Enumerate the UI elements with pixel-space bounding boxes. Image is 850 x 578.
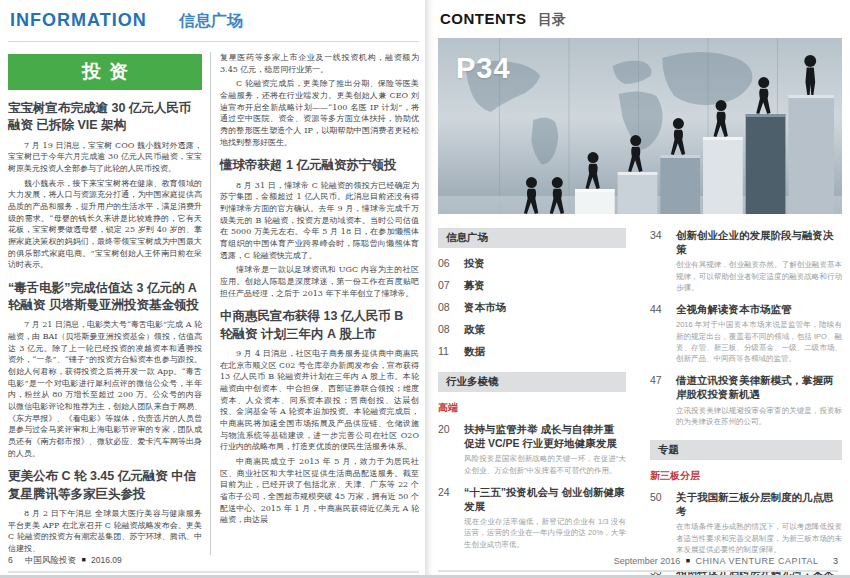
- toc-entry-title: 投资: [464, 257, 485, 271]
- toc-entry-title-line2: 促进 VC/PE 行业更好地健康发展: [464, 436, 626, 450]
- page-right-contents: CONTENTS 目录: [425, 0, 850, 578]
- toc-entry-description: 2016 年对于中国资本市场来说是监管年，陆续有新的规定出台，覆盖着不同的领域，…: [676, 319, 842, 364]
- toc-entry-policy: 08 政策: [438, 323, 626, 337]
- toc-entry-description: 在市场条件逐步成熟的情况下，可以考虑降低投资者适当性要求和完善交易制度，为新三板…: [676, 521, 842, 555]
- toc-page-number: 20: [438, 422, 464, 476]
- hero-page-ref: P34: [456, 52, 511, 85]
- magazine-spread: INFORMATION 信息广场 投资 宝宝树宣布完成逾 30 亿元人民币融资 …: [0, 0, 850, 578]
- hero-image-career-steps: P34: [438, 38, 842, 214]
- article-title-baobaoshu: 宝宝树宣布完成逾 30 亿元人民币融资 已拆除 VIE 架构: [8, 100, 202, 135]
- toc-page-number: 34: [650, 228, 676, 293]
- toc-entry-title-line1: 扶持与监管并举 成长与自律并重: [464, 422, 626, 436]
- toc-column-left: 信息广场 06 投资 07 募资 08 资本市场 08 政策: [438, 228, 640, 578]
- toc-entry-body: “十三五”投资机会与 创业创新健康发展 现在企业存活率偏低，新登记的企业有 1/…: [464, 485, 626, 550]
- toc-page-number: 47: [650, 373, 676, 427]
- article-paragraph: 懂球帝是一款以足球资讯和 UGC 内容为主的社区应用。创始人陈聪是深度球迷，第一…: [220, 264, 419, 299]
- toc-sublabel-highend: 高端: [438, 401, 626, 415]
- toc-page-number: 11: [438, 345, 464, 359]
- footer-square-separator: ■: [81, 556, 85, 563]
- toc-entry-title: 全视角解读资本市场监管: [676, 302, 842, 316]
- toc-entry-body: 全视角解读资本市场监管 2016 年对于中国资本市场来说是监管年，陆续有新的规定…: [676, 302, 842, 364]
- toc-entry-description: 立讯投资美律以规避投审会审查的关键是，投资标的为美律设在苏州的公司。: [676, 405, 842, 428]
- left-column-2: 复星医药等多家上市企业及一线投资机构，融资额为 3.45 亿元，稳居同行业第一。…: [211, 52, 419, 558]
- toc-page-number: 07: [438, 279, 464, 293]
- article-title-dongqiudi: 懂球帝获超 1 亿元融资苏宁领投: [220, 157, 419, 174]
- article-paragraph: 魏小魏表示，接下来宝宝树将在健康、教育领域的大力发展，将人口与资源充分打通，为中…: [8, 178, 202, 271]
- toc-entry-fundraising: 07 募资: [438, 279, 626, 293]
- toc-entry-capital-market: 08 资本市场: [438, 301, 626, 315]
- article-title-zhongshang-huimin: 中商惠民宣布获得 13 亿人民币 B 轮融资 计划三年内 A 股上市: [220, 308, 419, 343]
- left-footer-brand: 中国风险投资: [25, 555, 76, 565]
- toc-entry-title: 借道立讯投资美律新模式，掌握两岸股权投资新机遇: [676, 373, 842, 401]
- toc-entry-description: 风险投资是国家创新战略的关键一环，在促进“大众创业、万众创新”中发挥着不可替代的…: [464, 453, 626, 476]
- toc-columns: 信息广场 06 投资 07 募资 08 资本市场 08 政策: [438, 228, 842, 578]
- contents-title-en: CONTENTS: [440, 10, 527, 27]
- toc-entry-44: 44 全视角解读资本市场监管 2016 年对于中国资本市场来说是监管年，陆续有新…: [650, 302, 842, 364]
- toc-entry-34: 34 创新创业企业的发展阶段与融资决策 创业有其规律，创业融资亦然。了解创业融资…: [650, 228, 842, 293]
- toc-entry-investment: 06 投资: [438, 257, 626, 271]
- toc-entry-title: 政策: [464, 323, 485, 337]
- page-left-information: INFORMATION 信息广场 投资 宝宝树宣布完成逾 30 亿元人民币融资 …: [0, 0, 425, 578]
- toc-entry-title: 资本市场: [464, 301, 506, 315]
- information-title-en: INFORMATION: [10, 10, 147, 30]
- article-paragraph: 中商惠民成立于 2013 年 5 月，致力于为居民社区、商业社区和大学社区提供生…: [220, 456, 419, 526]
- toc-entry-title: “十三五”投资机会与 创业创新健康发展: [464, 485, 626, 513]
- toc-entry-title: 关于我国新三板分层制度的几点思考: [676, 490, 842, 518]
- toc-entry-title: 募资: [464, 279, 485, 293]
- toc-entry-body: 关于我国新三板分层制度的几点思考 在市场条件逐步成熟的情况下，可以考虑降低投资者…: [676, 490, 842, 555]
- article-paragraph: 9 月 4 日消息，社区电子商务服务提供商中商惠民在北京市顺义区 C02 号仓库…: [220, 348, 419, 453]
- right-page-footer: September 2016 ■ CHINA VENTURE CAPITAL 3: [438, 556, 838, 572]
- left-page-columns: 投资 宝宝树宣布完成逾 30 亿元人民币融资 已拆除 VIE 架构 7 月 19…: [8, 52, 419, 558]
- toc-page-number: 24: [438, 485, 464, 550]
- toc-page-number: 50: [650, 490, 676, 555]
- information-title-zh: 信息广场: [179, 12, 243, 29]
- toc-page-number: 08: [438, 301, 464, 315]
- contents-title-zh: 目录: [538, 11, 566, 27]
- toc-entry-24: 24 “十三五”投资机会与 创业创新健康发展 现在企业存活率偏低，新登记的企业有…: [438, 485, 626, 550]
- toc-entry-50: 50 关于我国新三板分层制度的几点思考 在市场条件逐步成熟的情况下，可以考虑降低…: [650, 490, 842, 555]
- right-page-number: 3: [833, 556, 838, 566]
- toc-section-special-topic: 专题: [650, 440, 842, 460]
- article-title-dushe-movie: “毒舌电影”完成估值达 3 亿元的 A 轮融资 贝塔斯曼亚洲投资基金领投: [8, 280, 202, 315]
- article-paragraph: 7 月 21 日消息，电影类大号“毒舌电影”完成 A 轮融资，由 BAI（贝塔斯…: [8, 319, 202, 459]
- toc-entry-description: 创业有其规律，创业融资亦然。了解创业融资基本规律，可以帮助创业者制定适度的融资战…: [676, 259, 842, 293]
- contents-header: CONTENTS 目录: [438, 8, 842, 35]
- left-page-number: 6: [8, 555, 13, 565]
- toc-entry-body: 扶持与监管并举 成长与自律并重 促进 VC/PE 行业更好地健康发展 风险投资是…: [464, 422, 626, 476]
- left-footer-date: 2016.09: [91, 555, 122, 565]
- toc-entry-description: 现在企业存活率偏低，新登记的企业有 1/3 没有运营，运营的企业在一年内停业的达…: [464, 516, 626, 550]
- toc-page-number: 44: [650, 302, 676, 364]
- toc-page-number: 08: [438, 323, 464, 337]
- toc-entry-20: 20 扶持与监管并举 成长与自律并重 促进 VC/PE 行业更好地健康发展 风险…: [438, 422, 626, 476]
- article-paragraph: C 轮融资完成后，更美除了推出分期、保险等医美金融服务，还将在行业端发力。更美创…: [220, 78, 419, 148]
- toc-column-right: 34 创新创业企业的发展阶段与融资决策 创业有其规律，创业融资亦然。了解创业融资…: [640, 228, 842, 578]
- right-footer-brand: CHINA VENTURE CAPITAL: [696, 556, 819, 566]
- toc-entry-title: 创新创业企业的发展阶段与融资决策: [676, 228, 842, 256]
- toc-entry-47: 47 借道立讯投资美律新模式，掌握两岸股权投资新机遇 立讯投资美律以规避投审会审…: [650, 373, 842, 427]
- toc-entry-data: 11 数据: [438, 345, 626, 359]
- left-page-footer: 6 中国风险投资 ■ 2016.09: [8, 555, 419, 573]
- left-column-1: 投资 宝宝树宣布完成逾 30 亿元人民币融资 已拆除 VIE 架构 7 月 19…: [8, 52, 210, 558]
- toc-section-industry-prism: 行业多棱镜: [438, 372, 626, 392]
- article-paragraph: 8 月 31 日，懂球帝 C 轮融资的领投方已经确定为苏宁集团，金额超过 1 亿…: [220, 180, 419, 262]
- article-paragraph: 7 月 19 日消息，宝宝树 COO 魏小魏对外透露，宝宝树已于今年六月完成逾 …: [8, 140, 202, 175]
- toc-section-info-plaza: 信息广场: [438, 228, 626, 248]
- article-title-gengmei: 更美公布 C 轮 3.45 亿元融资 中信复星腾讯等多家巨头参投: [8, 468, 202, 503]
- right-footer-month: September 2016: [614, 556, 681, 566]
- article-paragraph-continued: 复星医药等多家上市企业及一线投资机构，融资额为 3.45 亿元，稳居同行业第一。: [220, 52, 419, 75]
- left-page-header: INFORMATION 信息广场: [8, 8, 419, 42]
- toc-entry-body: 创新创业企业的发展阶段与融资决策 创业有其规律，创业融资亦然。了解创业融资基本规…: [676, 228, 842, 293]
- footer-square-separator: ■: [686, 557, 690, 564]
- toc-page-number: 06: [438, 257, 464, 271]
- article-paragraph: 8 月 2 日下午消息 全球最大医疗美容与健康服务平台更美 APP 在北京召开 …: [8, 508, 202, 555]
- toc-sublabel-neeq-tiering: 新三板分层: [650, 469, 842, 483]
- section-badge-investment: 投资: [8, 54, 202, 90]
- toc-entry-body: 借道立讯投资美律新模式，掌握两岸股权投资新机遇 立讯投资美律以规避投审会审查的关…: [676, 373, 842, 427]
- toc-entry-title: 数据: [464, 345, 485, 359]
